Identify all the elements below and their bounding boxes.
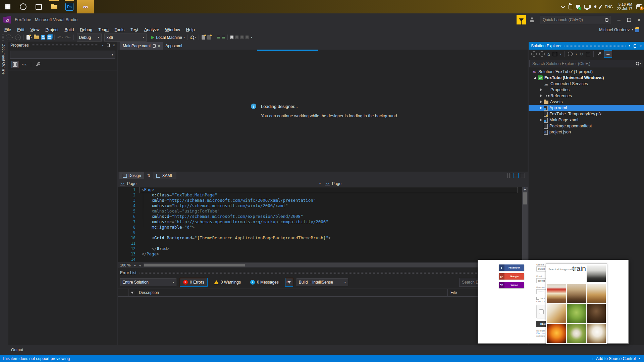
navigate-to-button[interactable] [201, 34, 206, 41]
undo-button[interactable]: ↶▾ [56, 34, 64, 41]
window-position-menu-icon[interactable]: ▾ [629, 44, 630, 47]
language-indicator[interactable]: ENG [605, 5, 613, 9]
redo-button[interactable]: ↷▾ [64, 34, 72, 41]
toolbar-overflow[interactable]: ▾ [251, 36, 252, 39]
captcha-tile-salad-bowl[interactable] [567, 324, 586, 343]
captcha-tile-salad[interactable] [567, 304, 586, 323]
captcha-tile-glowing-bowl[interactable] [547, 324, 566, 343]
code-line-1[interactable]: 1<Page [118, 187, 528, 192]
close-icon[interactable]: × [113, 43, 115, 47]
tree-item-properties[interactable]: Properties [529, 87, 644, 93]
hidden-icons-chevron[interactable] [561, 4, 565, 8]
errors-filter-button[interactable]: × 0 Errors [180, 278, 208, 287]
task-view-button[interactable] [31, 0, 46, 13]
feedback-flag-button[interactable] [517, 15, 526, 24]
document-outline-rail[interactable]: Document Outline [0, 42, 9, 345]
categorized-view-button[interactable] [11, 61, 19, 68]
save-button[interactable] [40, 34, 46, 41]
breadcrumb-left[interactable]: <> Page ▾ [118, 180, 323, 187]
tree-item-package-appxmanifest[interactable]: Package.appxmanifest [529, 123, 644, 129]
find-in-files-button[interactable]: ▾ [190, 34, 197, 41]
output-tab[interactable]: Output [11, 348, 23, 352]
tree-item-app-xaml[interactable]: App.xaml [529, 105, 644, 111]
collapse-all-icon[interactable] [586, 52, 590, 56]
solution-explorer-search-input[interactable] [532, 61, 636, 66]
menu-team[interactable]: Team [95, 27, 112, 33]
menu-help[interactable]: Help [183, 27, 198, 33]
menu-build[interactable]: Build [62, 27, 77, 33]
checkbox[interactable] [536, 297, 539, 300]
expand-arrow-icon[interactable] [539, 101, 543, 103]
expand-arrow-icon[interactable] [539, 107, 543, 109]
close-icon[interactable]: × [158, 44, 160, 48]
tree-item-connected-services[interactable]: Connected Services [529, 81, 644, 87]
configuration-dropdown[interactable]: Debug▾ [77, 34, 102, 42]
clear-bookmarks-button[interactable] [245, 34, 250, 41]
code-line-4[interactable]: 4 xmlns:x="http://schemas.microsoft.com/… [118, 203, 528, 208]
google-login-button[interactable]: g+Google [499, 273, 524, 280]
code-line-7[interactable]: 7 xmlns:mc="http://schemas.openxmlformat… [118, 219, 528, 225]
split-grip-icon[interactable]: ╪ [522, 187, 528, 192]
scrollbar-thumb[interactable] [523, 192, 527, 204]
xaml-code-editor[interactable]: 1<Page2 x:Class="FoxTube.MainPage"3 xmln… [118, 187, 528, 262]
save-all-button[interactable] [46, 34, 53, 41]
tree-item-project-json[interactable]: project.json [529, 129, 644, 135]
design-view-tab[interactable]: Design [119, 172, 144, 179]
captcha-tile-coffee-beans[interactable] [587, 304, 606, 323]
decrease-indent-button[interactable] [216, 34, 221, 41]
collapse-pane-button[interactable] [520, 173, 525, 178]
visual-studio-taskbar-button[interactable]: ∞ [77, 0, 94, 13]
pin-icon[interactable] [634, 44, 636, 48]
build-filter-dropdown[interactable]: Build + IntelliSense▾ [297, 278, 348, 286]
forward-button[interactable]: → [539, 51, 545, 57]
menu-analyze[interactable]: Analyze [141, 27, 162, 33]
pin-icon[interactable] [107, 44, 110, 47]
clock[interactable]: 5:16 PM 22-Jul-17 [617, 2, 632, 11]
security-shield-icon[interactable] [576, 5, 580, 9]
user-account-area[interactable]: Michael Gordeev ▾ [599, 26, 639, 33]
captcha-tile-strawberry-cake[interactable] [547, 284, 566, 303]
breadcrumb-right[interactable]: <> Page [323, 180, 528, 187]
scrollbar-thumb[interactable] [144, 264, 245, 266]
restore-button[interactable] [624, 15, 634, 24]
menu-debug[interactable]: Debug [77, 27, 95, 33]
optin-checkbox-row[interactable]: Get I [536, 297, 545, 300]
action-center-icon[interactable]: 1 [636, 4, 642, 9]
captcha-tile-iced-drink[interactable] [567, 284, 586, 303]
horizontal-split-button[interactable] [514, 173, 519, 178]
selected-object-dropdown[interactable]: ▾ [10, 51, 115, 59]
previous-bookmark-button[interactable] [234, 34, 239, 41]
captcha-tile-coffee-cup[interactable] [587, 324, 606, 343]
platform-dropdown[interactable]: x86▾ [104, 34, 147, 42]
expand-arrow-icon[interactable] [539, 88, 543, 91]
pending-changes-filter-icon[interactable] [568, 52, 573, 56]
vertical-split-button[interactable] [507, 173, 512, 178]
volume-icon[interactable] [594, 5, 596, 8]
pin-icon[interactable] [153, 44, 156, 48]
code-line-9[interactable]: 9 [118, 230, 528, 235]
window-position-menu-icon[interactable]: ▾ [102, 44, 104, 47]
pip-video-overlay[interactable]: fFacebookg+GoogleY!Yahoo Userna dr.dool … [478, 260, 629, 344]
code-line-11[interactable]: 11 [118, 241, 528, 246]
quick-launch-input[interactable] [542, 17, 605, 22]
next-bookmark-button[interactable] [239, 34, 245, 41]
collapse-arrow-icon[interactable] [533, 77, 537, 79]
photoshop-button[interactable]: Ps [62, 0, 77, 13]
horizontal-scrollbar[interactable] [144, 263, 522, 267]
captcha-tile-pancakes[interactable] [587, 284, 606, 303]
usb-icon[interactable] [569, 4, 572, 9]
tree-item-solution-foxtube-1-project[interactable]: Solution 'FoxTube' (1 project) [529, 69, 644, 75]
legal-link[interactable]: IGN User [536, 332, 545, 335]
toggle-bookmark-button[interactable] [229, 34, 234, 41]
network-icon[interactable] [584, 5, 590, 9]
menu-edit[interactable]: Edit [14, 27, 28, 33]
tree-item-foxtube-universal-windows[interactable]: FoxTube (Universal Windows) [529, 75, 644, 81]
description-column-header[interactable]: Description [136, 290, 447, 295]
severity-column[interactable] [128, 292, 136, 294]
minimize-button[interactable]: ─ [614, 15, 624, 24]
expand-arrow-icon[interactable] [539, 95, 543, 97]
close-icon[interactable]: × [640, 44, 642, 48]
yahoo-login-button[interactable]: Y!Yahoo [499, 282, 524, 288]
code-line-2[interactable]: 2 x:Class="FoxTube.MainPage" [118, 192, 528, 198]
add-to-source-control-button[interactable]: ↑ Add to Source Control ▲ [592, 356, 641, 361]
